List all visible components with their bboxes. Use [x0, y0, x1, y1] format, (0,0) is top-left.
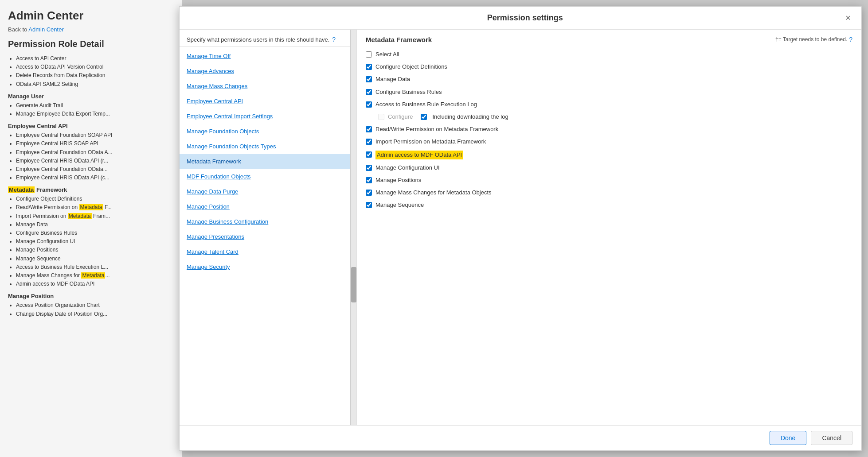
- metadata-highlight-2: Metadata: [79, 204, 103, 210]
- modal-close-button[interactable]: ×: [844, 13, 852, 23]
- help-icon[interactable]: ?: [332, 36, 336, 43]
- access-biz-rule-exec-label: Access to Business Rule Execution Log: [375, 101, 477, 108]
- list-item-manage-time-off[interactable]: Manage Time Off: [180, 49, 350, 64]
- permission-row-import-metadata: Import Permission on Metadata Framework: [366, 138, 852, 146]
- breadcrumb: Back to Admin Center: [8, 26, 174, 33]
- done-button[interactable]: Done: [770, 431, 806, 445]
- import-metadata-label: Import Permission on Metadata Framework: [375, 138, 486, 146]
- permission-row-configure-obj-def: Configure Object Definitions: [366, 63, 852, 71]
- manage-config-ui-label: Manage Configuration UI: [375, 164, 440, 172]
- modal-footer: Done Cancel: [180, 425, 861, 450]
- list-item-employee-central-api[interactable]: Employee Central API: [180, 94, 350, 109]
- list-item-manage-position[interactable]: Manage Position: [180, 199, 350, 214]
- manage-user-list: Generate Audit Trail Manage Employee Del…: [8, 101, 174, 118]
- manage-sequence-checkbox[interactable]: [366, 202, 372, 208]
- employee-central-api-list: Employee Central Foundation SOAP API Emp…: [8, 131, 174, 182]
- manage-position-section: Manage Position: [8, 293, 174, 299]
- admin-center-title: Admin Center: [8, 9, 174, 23]
- left-panel-wrapper: Specify what permissions users in this r…: [180, 30, 357, 425]
- list-item-manage-mass-changes[interactable]: Manage Mass Changes: [180, 79, 350, 94]
- configure-obj-def-label: Configure Object Definitions: [375, 63, 447, 71]
- manage-config-ui-checkbox[interactable]: [366, 165, 372, 171]
- metadata-highlight: Metadata: [8, 186, 35, 193]
- admin-center-background: Admin Center Back to Admin Center Permis…: [0, 0, 182, 457]
- list-item-manage-foundation-objects[interactable]: Manage Foundation Objects: [180, 124, 350, 139]
- read-write-metadata-checkbox[interactable]: [366, 126, 372, 132]
- metadata-framework-list: Configure Object Definitions Read/Write …: [8, 195, 174, 288]
- employee-central-api-section: Employee Central API: [8, 123, 174, 129]
- metadata-framework-section: Metadata Framework: [8, 186, 174, 193]
- permission-row-manage-data: Manage Data: [366, 75, 852, 83]
- permission-row-select-all: Select All: [366, 50, 852, 58]
- select-all-label: Select All: [375, 50, 399, 58]
- modal-header: Permission settings ×: [180, 7, 861, 30]
- manage-positions-label: Manage Positions: [375, 176, 421, 184]
- options-header: Metadata Framework †= Target needs to be…: [366, 36, 852, 43]
- permissions-options-panel: Metadata Framework †= Target needs to be…: [357, 30, 861, 425]
- incl-download-checkbox[interactable]: [421, 114, 427, 120]
- manage-user-section: Manage User: [8, 93, 174, 100]
- list-item-manage-advances[interactable]: Manage Advances: [180, 64, 350, 79]
- permission-settings-modal: Permission settings × Specify what permi…: [179, 6, 862, 451]
- permission-row-manage-config-ui: Manage Configuration UI: [366, 164, 852, 172]
- configure-obj-def-checkbox[interactable]: [366, 64, 372, 70]
- permission-row-manage-mass-changes: Manage Mass Changes for Metadata Objects: [366, 189, 852, 197]
- cancel-button[interactable]: Cancel: [811, 431, 852, 445]
- list-item-manage-presentations[interactable]: Manage Presentations: [180, 229, 350, 244]
- permission-row-configure-biz-rules: Configure Business Rules: [366, 88, 852, 96]
- permission-row-manage-sequence: Manage Sequence: [366, 201, 852, 209]
- admin-center-link[interactable]: Admin Center: [28, 26, 63, 33]
- permission-row-access-biz-rule-exec: Access to Business Rule Execution Log: [366, 101, 852, 108]
- manage-data-checkbox[interactable]: [366, 76, 372, 82]
- list-item-manage-business-configuration[interactable]: Manage Business Configuration: [180, 214, 350, 229]
- list-item-manage-data-purge[interactable]: Manage Data Purge: [180, 184, 350, 199]
- list-item-manage-talent-card[interactable]: Manage Talent Card: [180, 244, 350, 259]
- list-scrollbar[interactable]: [350, 30, 356, 425]
- metadata-highlight-4: Metadata: [81, 272, 105, 279]
- configure-biz-rules-label: Configure Business Rules: [375, 88, 442, 96]
- permission-row-admin-mdf-odata: Admin access to MDF OData API: [366, 151, 852, 159]
- metadata-highlight-3: Metadata: [68, 213, 92, 219]
- permissions-header: Specify what permissions users in this r…: [180, 30, 350, 47]
- api-access-list: Access to API Center Access to OData API…: [8, 54, 174, 89]
- select-all-checkbox[interactable]: [366, 51, 372, 58]
- manage-position-list: Access Position Organization Chart Chang…: [8, 301, 174, 318]
- note-help-icon[interactable]: ?: [849, 36, 852, 43]
- list-item-metadata-framework[interactable]: Metadata Framework: [180, 154, 350, 169]
- permission-row-configure-sub: Configure Including downloading the log: [378, 113, 852, 121]
- options-note: †= Target needs to be defined. ?: [775, 36, 852, 43]
- modal-body: Specify what permissions users in this r…: [180, 30, 861, 425]
- specify-text: Specify what permissions users in this r…: [187, 36, 329, 43]
- manage-sequence-label: Manage Sequence: [375, 201, 424, 209]
- list-item-manage-security[interactable]: Manage Security: [180, 259, 350, 275]
- read-write-metadata-label: Read/Write Permission on Metadata Framew…: [375, 125, 498, 133]
- list-item-mdf-foundation-objects[interactable]: MDF Foundation Objects: [180, 169, 350, 184]
- configure-sub-checkbox[interactable]: [378, 114, 384, 120]
- access-biz-rule-exec-checkbox[interactable]: [366, 101, 372, 108]
- options-section-title: Metadata Framework: [366, 36, 432, 43]
- admin-mdf-odata-checkbox[interactable]: [366, 151, 372, 158]
- import-metadata-checkbox[interactable]: [366, 139, 372, 145]
- manage-data-label: Manage Data: [375, 75, 410, 83]
- configure-sub-label: Configure: [388, 113, 413, 121]
- permission-row-manage-positions: Manage Positions: [366, 176, 852, 184]
- admin-mdf-odata-label: Admin access to MDF OData API: [375, 151, 463, 159]
- modal-title: Permission settings: [206, 13, 844, 23]
- permissions-list-panel: Specify what permissions users in this r…: [180, 30, 350, 425]
- scrollbar-thumb: [351, 267, 356, 302]
- list-item-manage-foundation-objects-types[interactable]: Manage Foundation Objects Types: [180, 139, 350, 154]
- incl-download-label: Including downloading the log: [432, 113, 508, 121]
- manage-mass-changes-checkbox[interactable]: [366, 190, 372, 196]
- manage-mass-changes-label: Manage Mass Changes for Metadata Objects: [375, 189, 492, 197]
- permission-row-read-write-metadata: Read/Write Permission on Metadata Framew…: [366, 125, 852, 133]
- role-detail-title: Permission Role Detail: [8, 39, 174, 49]
- list-item-employee-central-import[interactable]: Employee Central Import Settings: [180, 109, 350, 124]
- configure-biz-rules-checkbox[interactable]: [366, 89, 372, 95]
- manage-positions-checkbox[interactable]: [366, 177, 372, 183]
- permissions-list: Manage Time Off Manage Advances Manage M…: [180, 47, 350, 425]
